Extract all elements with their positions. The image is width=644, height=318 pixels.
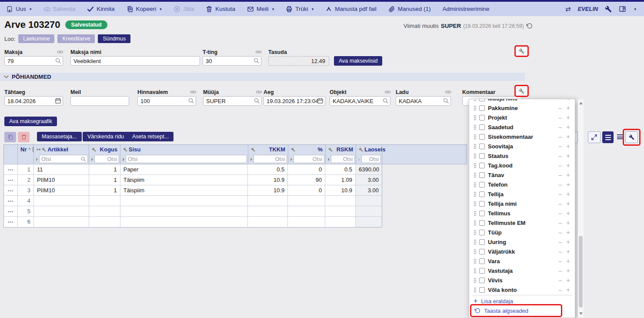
row-menu-icon[interactable]: •••: [4, 217, 18, 227]
increase-width-icon[interactable]: +: [566, 143, 571, 150]
drag-handle-icon[interactable]: [474, 163, 476, 168]
panel-scrollbar[interactable]: [578, 99, 584, 318]
wrench-icon[interactable]: [251, 147, 255, 152]
cell-percent[interactable]: [288, 206, 325, 216]
increase-width-icon[interactable]: +: [566, 267, 571, 274]
increase-width-icon[interactable]: +: [566, 238, 571, 245]
reset-defaults-link[interactable]: Taasta algseaded: [470, 304, 562, 317]
column-checkbox[interactable]: [479, 211, 485, 216]
increase-width-icon[interactable]: +: [566, 133, 571, 140]
decrease-width-icon[interactable]: –: [558, 238, 563, 245]
column-checkbox[interactable]: [479, 258, 485, 264]
swap-icon[interactable]: ⇄: [565, 5, 571, 13]
hinnavalem-input[interactable]: [137, 96, 196, 106]
scroll-down-icon[interactable]: [579, 312, 583, 315]
decrease-width-icon[interactable]: –: [558, 229, 563, 236]
calendar-icon[interactable]: [317, 97, 324, 104]
header-percent[interactable]: %: [288, 145, 326, 154]
column-option[interactable]: Tellija nimi – +: [469, 199, 575, 208]
column-option[interactable]: Võla konto – +: [469, 285, 575, 295]
decrease-width-icon[interactable]: –: [558, 114, 563, 121]
search-icon[interactable]: [80, 156, 86, 162]
drag-handle-icon[interactable]: [474, 105, 476, 111]
dense-rows-button[interactable]: [602, 131, 614, 143]
increase-width-icon[interactable]: +: [566, 104, 571, 111]
create-sundmus-button[interactable]: Sündmus: [98, 34, 130, 43]
increase-width-icon[interactable]: +: [566, 114, 571, 121]
cell-artikkel[interactable]: PIIM10: [34, 175, 89, 185]
user-name[interactable]: EVELIN: [578, 6, 598, 12]
maksja-nimi-input[interactable]: [70, 56, 200, 66]
decrease-width-icon[interactable]: –: [558, 152, 563, 159]
cell-tkkm[interactable]: 10.9: [248, 175, 288, 185]
drag-handle-icon[interactable]: [474, 124, 476, 130]
column-checkbox[interactable]: [479, 124, 485, 130]
muuja-input[interactable]: [203, 96, 262, 106]
expand-view-button[interactable]: [588, 131, 601, 143]
row-menu-icon[interactable]: •••: [4, 175, 18, 185]
link-icon[interactable]: [255, 88, 263, 96]
cell-tkkm[interactable]: [248, 206, 288, 216]
column-option[interactable]: Sisekommentaar – +: [469, 132, 575, 141]
expand-filter-icon[interactable]: ›: [90, 156, 94, 162]
decrease-width-icon[interactable]: –: [558, 258, 563, 264]
calendar-icon[interactable]: [55, 97, 61, 104]
confirm-button[interactable]: Kinnita: [87, 6, 114, 13]
column-checkbox[interactable]: [479, 191, 485, 197]
header-nr[interactable]: Nr ^: [18, 145, 34, 154]
increase-width-icon[interactable]: +: [566, 162, 571, 169]
cell-artikkel[interactable]: PIIM10: [34, 185, 89, 195]
drag-handle-icon[interactable]: [474, 268, 476, 274]
wrench-icon[interactable]: [519, 88, 524, 94]
header-kogus[interactable]: Kogus: [89, 145, 120, 154]
increase-width-icon[interactable]: +: [566, 286, 571, 293]
search-icon[interactable]: [188, 97, 194, 104]
column-checkbox[interactable]: [479, 172, 485, 178]
decrease-width-icon[interactable]: –: [558, 200, 563, 207]
column-option[interactable]: Müüja nimi – +: [469, 99, 575, 103]
copy-button[interactable]: Kopeeri ▾: [127, 6, 162, 13]
laoseis-filter-input[interactable]: [361, 155, 381, 163]
scrollbar-thumb[interactable]: [579, 236, 583, 308]
decrease-width-icon[interactable]: –: [558, 277, 563, 284]
chevron-down-icon[interactable]: ▾: [312, 7, 314, 11]
column-checkbox[interactable]: [479, 249, 485, 254]
column-checkbox[interactable]: [479, 201, 485, 207]
cell-sisu[interactable]: [120, 196, 248, 206]
cell-artikkel[interactable]: [34, 196, 89, 206]
row-menu-icon[interactable]: •••: [4, 206, 18, 216]
increase-width-icon[interactable]: +: [566, 210, 571, 217]
increase-width-icon[interactable]: +: [566, 248, 571, 255]
column-checkbox[interactable]: [479, 134, 485, 140]
new-button[interactable]: Uus ▾: [6, 6, 32, 13]
expand-filter-icon[interactable]: ›: [327, 156, 330, 162]
column-option[interactable]: Uuring – +: [469, 237, 575, 247]
column-option[interactable]: Projekt – +: [469, 113, 575, 122]
cell-kogus[interactable]: 1: [89, 164, 120, 174]
cell-rskm[interactable]: 0.5: [325, 164, 356, 174]
drag-handle-icon[interactable]: [474, 220, 476, 226]
copy-rows-button[interactable]: [4, 132, 16, 142]
expand-filter-icon[interactable]: ›: [289, 156, 293, 162]
drag-handle-icon[interactable]: [474, 191, 476, 197]
decrease-width-icon[interactable]: –: [558, 104, 563, 111]
column-checkbox[interactable]: [479, 230, 485, 235]
header-tkkm[interactable]: TKKM: [248, 145, 288, 154]
decrease-width-icon[interactable]: –: [558, 267, 563, 274]
column-checkbox[interactable]: [479, 182, 485, 187]
refresh-rows-button[interactable]: Värskenda ridu: [83, 132, 129, 141]
column-checkbox[interactable]: [479, 153, 485, 159]
decrease-width-icon[interactable]: –: [558, 248, 563, 255]
cell-sisu[interactable]: [120, 217, 248, 227]
cell-percent[interactable]: [288, 217, 325, 227]
header-laoseis[interactable]: Laoseis: [356, 145, 382, 154]
column-option[interactable]: Vara – +: [469, 256, 575, 266]
search-icon[interactable]: [253, 57, 260, 64]
decrease-width-icon[interactable]: –: [558, 171, 563, 178]
cell-percent[interactable]: 0: [288, 164, 325, 174]
decrease-width-icon[interactable]: –: [558, 191, 563, 197]
sisu-filter-input[interactable]: [126, 155, 247, 163]
column-option[interactable]: Tellija – +: [469, 189, 575, 199]
meil-input[interactable]: [70, 96, 129, 106]
layout-panel-icon[interactable]: [619, 5, 626, 13]
